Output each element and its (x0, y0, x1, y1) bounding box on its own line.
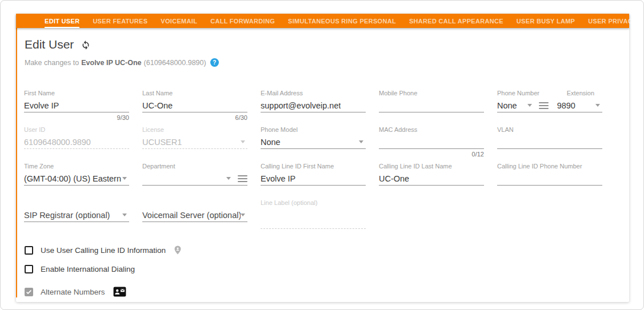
phone-number-select[interactable]: None 9890 (497, 99, 602, 112)
tab-call-forwarding[interactable]: CALL FORWARDING (210, 14, 275, 28)
license-field: License UCUSER1 (142, 126, 247, 163)
subtitle-user-name: Evolve IP UC-One (81, 59, 141, 67)
phone-extension-field: Phone Number Extension None 9890 (497, 90, 602, 126)
phone-list-icon[interactable] (539, 102, 549, 109)
tab-bar: EDIT USER USER FEATURES VOICEMAIL CALL F… (16, 14, 629, 28)
email-label: E-Mail Address (261, 90, 366, 99)
mobile-phone-input[interactable] (379, 99, 484, 112)
chevron-down-icon (122, 214, 127, 216)
tab-simultaneous-ring-personal[interactable]: SIMULTANEOUS RING PERSONAL (288, 14, 396, 28)
first-name-label: First Name (24, 90, 129, 99)
edit-user-card: EDIT USER USER FEATURES VOICEMAIL CALL F… (16, 14, 629, 302)
mac-address-field: MAC Address 0/12 (379, 126, 484, 163)
sip-registrar-select[interactable]: SIP Registrar (optional) (24, 208, 129, 222)
alternate-numbers-label: Alternate Numbers (41, 288, 105, 296)
checkbox-section: Use User Calling Line ID Information Ena… (25, 245, 629, 297)
tab-user-features[interactable]: USER FEATURES (93, 14, 147, 28)
page-title: Edit User (25, 38, 74, 51)
mac-address-input[interactable] (379, 135, 484, 149)
department-list-icon[interactable] (238, 175, 247, 182)
last-name-counter: 6/30 (142, 114, 247, 121)
license-label: License (142, 126, 247, 135)
subtitle-user-id: (6109648000.9890) (144, 59, 206, 67)
tab-edit-user[interactable]: EDIT USER (45, 14, 79, 28)
use-user-clid-label: Use User Calling Line ID Information (41, 246, 166, 255)
subtitle: Make changes to Evolve IP UC-One (610964… (25, 58, 629, 67)
edit-user-form: First Name Evolve IP 9/30 Last Name UC-O… (24, 90, 629, 236)
check-icon (26, 289, 32, 295)
clid-last-name-label: Calling Line ID Last Name (379, 163, 484, 172)
first-name-counter: 9/30 (24, 114, 129, 121)
tab-user-busy-lamp[interactable]: USER BUSY LAMP (517, 14, 575, 28)
extension-label: Extension (567, 90, 594, 99)
department-label: Department (142, 163, 247, 172)
intl-dialing-label: Enable International Dialing (41, 265, 135, 273)
last-name-field: Last Name UC-One 6/30 (142, 90, 247, 126)
extension-select[interactable]: 9890 (557, 101, 575, 110)
tab-user-privacy-settings[interactable]: USER PRIVACY SETTINGS (588, 14, 644, 28)
vlan-field: VLAN (497, 126, 602, 163)
mac-address-counter: 0/12 (379, 151, 484, 158)
user-id-label: User ID (24, 126, 129, 135)
email-input[interactable]: support@evolveip.net (261, 99, 366, 112)
chevron-down-icon (527, 104, 532, 107)
voicemail-server-field: Voicemail Server (optional) (142, 199, 247, 236)
user-id-field: User ID 6109648000.9890 (24, 126, 129, 163)
window-frame: EDIT USER USER FEATURES VOICEMAIL CALL F… (0, 0, 644, 310)
phone-number-label: Phone Number (497, 90, 539, 99)
chevron-down-icon (122, 177, 127, 180)
clid-phone-number-field: Calling Line ID Phone Number (497, 163, 602, 199)
line-label-label: Line Label (optional) (261, 199, 366, 208)
chevron-down-icon (241, 214, 245, 216)
intl-dialing-checkbox[interactable] (25, 265, 33, 273)
first-name-input[interactable]: Evolve IP (24, 99, 129, 112)
last-name-label: Last Name (142, 90, 247, 99)
mobile-phone-field: Mobile Phone (379, 90, 484, 126)
chevron-down-icon (359, 140, 363, 143)
tab-voicemail[interactable]: VOICEMAIL (161, 14, 197, 28)
first-name-field: First Name Evolve IP 9/30 (24, 90, 129, 126)
email-field: E-Mail Address support@evolveip.net (261, 90, 366, 126)
clid-phone-number-input[interactable] (497, 172, 602, 186)
clid-phone-number-label: Calling Line ID Phone Number (497, 163, 602, 172)
alternate-numbers-checkbox (25, 288, 33, 296)
line-label-field: Line Label (optional) (261, 199, 366, 236)
phone-model-label: Phone Model (261, 126, 366, 135)
time-zone-field: Time Zone (GMT-04:00) (US) Eastern Tir (24, 163, 129, 199)
clid-last-name-field: Calling Line ID Last Name UC-One (379, 163, 484, 199)
user-id-input: 6109648000.9890 (24, 135, 129, 149)
subtitle-prefix: Make changes to (25, 59, 79, 67)
phone-model-field: Phone Model None (261, 126, 366, 163)
line-label-input (261, 215, 366, 229)
tab-shared-call-appearance[interactable]: SHARED CALL APPEARANCE (409, 14, 503, 28)
alternate-numbers-row: Alternate Numbers (25, 287, 629, 297)
intl-dialing-row: Enable International Dialing (25, 265, 629, 273)
refresh-icon[interactable] (81, 39, 91, 50)
clid-last-name-input[interactable]: UC-One (379, 172, 484, 186)
sip-registrar-field: SIP Registrar (optional) (24, 199, 129, 236)
mac-address-label: MAC Address (379, 126, 484, 135)
contact-card-icon[interactable] (113, 287, 126, 297)
vlan-label: VLAN (497, 126, 602, 135)
clid-first-name-field: Calling Line ID First Name Evolve IP (261, 163, 366, 199)
mobile-phone-label: Mobile Phone (379, 90, 484, 99)
chevron-down-icon (595, 104, 600, 107)
time-zone-label: Time Zone (24, 163, 129, 172)
department-select[interactable] (142, 172, 247, 186)
chevron-down-icon (241, 140, 245, 143)
last-name-input[interactable]: UC-One (142, 99, 247, 112)
person-pin-icon[interactable] (173, 245, 183, 255)
chevron-down-icon (226, 177, 231, 180)
use-user-clid-row: Use User Calling Line ID Information (25, 245, 629, 255)
time-zone-select[interactable]: (GMT-04:00) (US) Eastern Tir (24, 172, 129, 186)
department-field: Department (142, 163, 247, 199)
phone-model-select[interactable]: None (261, 135, 366, 149)
clid-first-name-label: Calling Line ID First Name (261, 163, 366, 172)
vlan-input[interactable] (497, 135, 602, 149)
clid-first-name-input[interactable]: Evolve IP (261, 172, 366, 186)
use-user-clid-checkbox[interactable] (25, 246, 33, 255)
help-icon[interactable]: ? (210, 58, 219, 67)
license-select: UCUSER1 (142, 135, 247, 149)
edit-user-panel: Edit User Make changes to Evolve IP UC-O… (16, 28, 629, 297)
voicemail-server-select[interactable]: Voicemail Server (optional) (142, 208, 247, 222)
